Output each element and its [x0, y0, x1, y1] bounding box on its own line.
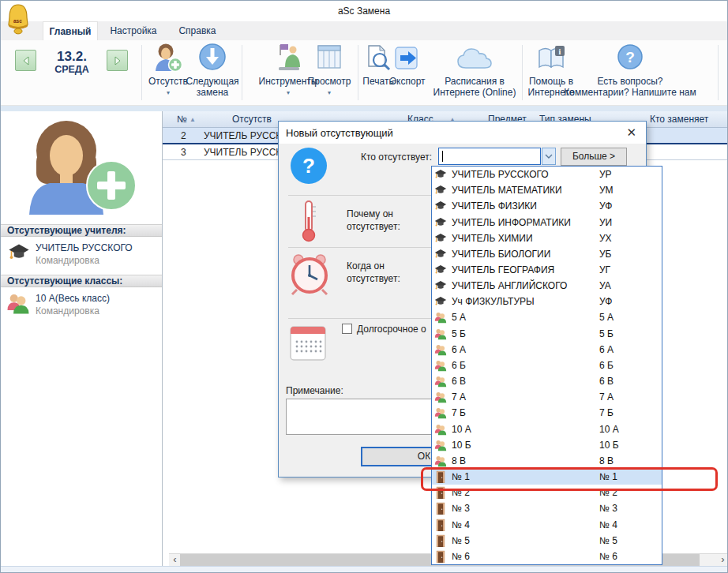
scroll-left-icon[interactable]: ‹ [169, 554, 181, 566]
dropdown-item-name: 10 Б [452, 440, 471, 451]
teacher-icon [7, 242, 31, 264]
scroll-right-icon[interactable]: › [717, 554, 728, 566]
dropdown-indicator-icon: ▾ [287, 89, 290, 96]
dropdown-item-code: УХ [599, 233, 612, 244]
class-icon [434, 439, 447, 451]
dropdown-item[interactable]: № 3№ 3 [432, 500, 662, 516]
dropdown-item-name: 5 А [452, 312, 466, 323]
column-header-num[interactable]: № [177, 114, 187, 125]
next-substitution-label-1: Следующая [186, 76, 238, 87]
dropdown-item-name: 6 В [452, 376, 466, 387]
dropdown-item[interactable]: УЧИТЕЛЬ ФИЗИКИУФ [432, 198, 662, 214]
export-button-label: Экспорт [389, 76, 425, 87]
room-icon [434, 502, 447, 515]
room-icon [434, 550, 447, 563]
svg-text:?: ? [625, 49, 635, 66]
absent-class-name: 10 А(Весь класс) [36, 293, 110, 304]
class-icon [434, 359, 447, 372]
dropdown-item[interactable]: № 4№ 4 [432, 516, 662, 532]
dropdown-item-name: УЧИТЕЛЬ БИОЛОГИИ [452, 249, 550, 260]
dropdown-item[interactable]: 7 А7 А [432, 389, 662, 405]
dropdown-item[interactable]: № 5№ 5 [432, 533, 662, 549]
online-timetables-label-1: Расписания в [445, 76, 505, 87]
who-combobox-input[interactable] [438, 148, 541, 165]
dropdown-item[interactable]: № 6№ 6 [432, 549, 662, 564]
dropdown-item[interactable]: УЧИТЕЛЬ ИНФОРМАТИКИУИ [432, 214, 662, 230]
dropdown-item-code: № 1 [599, 471, 617, 482]
dropdown-item-code: УФ [599, 200, 612, 212]
class-icon [434, 455, 447, 467]
dropdown-item-code: УИ [599, 217, 612, 228]
svg-text:asc: asc [13, 18, 22, 24]
absent-teacher-icon [154, 43, 182, 73]
absent-classes-header: Отсутствующие классы: [1, 275, 162, 287]
dropdown-item[interactable]: УЧИТЕЛЬ АНГЛИЙСКОГОУА [432, 278, 662, 294]
dropdown-item-code: 7 Б [599, 407, 614, 418]
dropdown-indicator-icon: ▾ [167, 89, 170, 96]
teacher-icon [434, 295, 447, 308]
dropdown-item[interactable]: 6 А6 А [432, 342, 662, 358]
row-number: 2 [181, 130, 186, 141]
more-button[interactable]: Больше > [561, 148, 627, 166]
dropdown-item-name: 7 Б [452, 407, 466, 418]
dropdown-item[interactable]: УЧИТЕЛЬ ГЕОГРАФИЯУГ [432, 262, 662, 278]
dropdown-item-code: УГ [599, 264, 610, 275]
web-help-label-1: Помощь в [529, 76, 573, 87]
teacher-icon [434, 200, 447, 212]
dropdown-item[interactable]: УЧИТЕЛЬ БИОЛОГИИУБ [432, 246, 662, 262]
dropdown-item-name: 8 В [452, 455, 466, 466]
dropdown-item[interactable]: УЧИТЕЛЬ МАТЕМАТИКИУМ [432, 182, 662, 198]
dropdown-item[interactable]: Уч ФИЗКУЛЬТУРЫУФ [432, 294, 662, 309]
dropdown-item[interactable]: 6 Б6 Б [432, 358, 662, 373]
dropdown-item[interactable]: 8 В8 В [432, 453, 662, 469]
prev-day-button[interactable] [15, 50, 36, 71]
longterm-calendar-icon [290, 324, 326, 361]
who-combobox-dropdown-button[interactable] [542, 148, 556, 165]
dropdown-item[interactable]: 5 А5 А [432, 309, 662, 325]
dropdown-item-name: № 2 [452, 487, 470, 498]
cloud-icon [456, 47, 493, 70]
dropdown-item-code: 10 Б [599, 440, 619, 451]
svg-text:i: i [559, 47, 561, 56]
dropdown-item[interactable]: УЧИТЕЛЬ ХИМИИУХ [432, 230, 662, 246]
dialog-title-bar: Новый отсутствующий ✕ [279, 122, 646, 144]
dropdown-item-name: УЧИТЕЛЬ МАТЕМАТИКИ [452, 185, 562, 196]
dropdown-item[interactable]: 5 Б5 Б [432, 326, 662, 342]
tab-main[interactable]: Главный [43, 21, 98, 40]
dropdown-item[interactable]: 10 Б10 Б [432, 437, 662, 453]
question-icon: ? [617, 43, 644, 70]
dropdown-item[interactable]: № 1№ 1 [432, 469, 662, 485]
add-absent-avatar-icon[interactable] [23, 116, 141, 215]
status-bar [1, 566, 728, 573]
dropdown-item-name: 10 А [452, 424, 471, 435]
dropdown-item[interactable]: 10 А10 А [432, 421, 662, 437]
dropdown-item-name: УЧИТЕЛЬ ФИЗИКИ [452, 200, 537, 212]
room-icon [434, 486, 447, 499]
column-header-who[interactable]: Кто заменяет [650, 114, 708, 125]
tab-settings[interactable]: Настройка [105, 21, 162, 40]
room-icon [434, 470, 447, 483]
dropdown-item[interactable]: УЧИТЕЛЬ РУССКОГОУР [432, 167, 662, 182]
close-icon[interactable]: ✕ [626, 125, 636, 140]
absent-teachers-header: Отсутствующие учителя: [1, 224, 162, 237]
weekday-value: СРЕДА [39, 64, 105, 75]
room-icon [434, 534, 447, 547]
sort-asc-icon: ▲ [190, 116, 196, 123]
dropdown-item[interactable]: 6 В6 В [432, 373, 662, 389]
when-label-2: отсутствует: [347, 273, 400, 284]
tab-help[interactable]: Справка [174, 21, 220, 40]
class-icon [434, 343, 447, 356]
why-label-1: Почему он [347, 208, 393, 219]
dropdown-item-name: 5 Б [452, 328, 466, 339]
when-alarm-clock-icon [288, 253, 331, 297]
room-icon [434, 519, 447, 531]
dropdown-indicator-icon: ▾ [328, 89, 331, 96]
longterm-checkbox[interactable] [342, 324, 352, 334]
column-header-absent[interactable]: Отсутств [232, 114, 272, 125]
dropdown-item[interactable]: 7 Б7 Б [432, 405, 662, 421]
asc-bell-logo-icon: asc [5, 3, 32, 36]
next-day-button[interactable] [107, 50, 128, 71]
dropdown-item[interactable]: № 2№ 2 [432, 485, 662, 500]
dropdown-item-code: УФ [599, 296, 612, 307]
note-label: Примечание: [286, 385, 343, 396]
